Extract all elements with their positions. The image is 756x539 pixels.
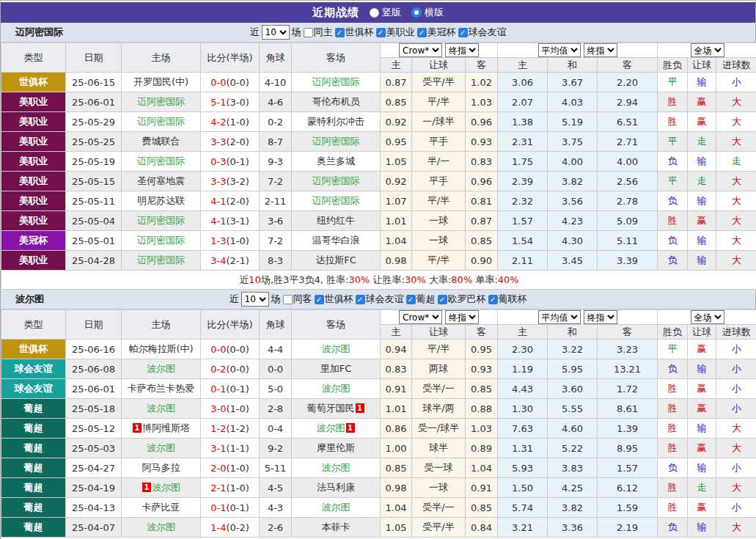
away-team: 迈阿密国际 — [292, 191, 381, 211]
league-filter-checkbox-3[interactable]: ✓欧罗巴杯 — [438, 293, 486, 306]
asia-handicap: 平/半 — [412, 92, 466, 112]
radio-unchecked-icon — [370, 8, 379, 18]
home-team: 迈阿密国际 — [122, 211, 201, 231]
home-team-name: 波尔图 — [147, 403, 175, 414]
away-team-name: 波尔图 — [322, 502, 351, 513]
euro-draw-odds: 4.00 — [548, 152, 598, 172]
match-row: 球会友谊25-06-01卡萨布兰卡热爱0-1(0-1)5-0波尔图0.91受半/… — [1, 379, 756, 399]
half-time-score: (1-0) — [226, 483, 249, 494]
match-count-select[interactable]: 10 — [262, 25, 290, 40]
away-team: 葡萄牙国民1 — [292, 399, 381, 419]
corner-count: 0-4 — [260, 419, 292, 439]
match-row: 葡超25-04-191波尔图2-1(1-0)4-5法马利康0.98一球0.911… — [1, 478, 756, 498]
home-team-name: 开罗国民(中) — [133, 76, 188, 87]
home-team-name: 迈阿密国际 — [137, 235, 185, 246]
home-team: 费城联合 — [122, 132, 201, 152]
league-filter-label: 球会友谊 — [469, 26, 507, 39]
result-winloss: 平 — [658, 132, 688, 152]
league-filter-checkbox-2[interactable]: ✓美冠杯 — [417, 26, 456, 39]
asia-away-odds: 0.87 — [466, 211, 498, 231]
euro-draw-odds: 3.56 — [548, 191, 598, 211]
sections-container: 迈阿密国际近10场同主✓世俱杯✓美职业✓美冠杯✓球会友谊类型日期主场比分(半场)… — [1, 23, 755, 539]
final-odds-select[interactable]: 终指 — [584, 310, 617, 324]
average-select[interactable]: 平均值 — [538, 310, 581, 324]
corner-count: 2-11 — [260, 191, 292, 211]
match-row: 葡超25-05-03波尔图3-1(1-1)9-2摩里伦斯1.00球半0.891.… — [1, 439, 756, 458]
asia-handicap: 受一/球半 — [412, 419, 466, 439]
euro-draw-odds: 5.22 — [548, 439, 598, 458]
euro-draw-odds: 4.03 — [548, 92, 598, 112]
corner-count: 4-6 — [260, 92, 292, 112]
average-select[interactable]: 平均值 — [538, 43, 581, 57]
scope-select[interactable]: 全场 — [691, 43, 724, 57]
euro-away-odds: 2.19 — [598, 518, 658, 538]
result-goals: 大 — [716, 478, 756, 498]
league-filter-checkbox-3[interactable]: ✓球会友谊 — [458, 26, 507, 39]
league-filter-checkbox-0[interactable]: ✓世俱杯 — [315, 293, 353, 306]
result-winloss: 胜 — [658, 92, 688, 112]
half-time-score: (1-1) — [226, 443, 249, 454]
layout-radio-vertical[interactable]: 竖版 — [370, 6, 401, 19]
checkbox-checked-icon: ✓ — [458, 28, 468, 37]
result-goals: 大 — [716, 231, 756, 251]
league-filter-checkbox-1[interactable]: ✓美职业 — [376, 26, 415, 39]
bookmaker-select[interactable]: Crow* — [399, 310, 442, 324]
euro-draw-odds: 3.67 — [548, 73, 598, 92]
asia-home-odds: 1.05 — [381, 152, 412, 172]
euro-draw-odds: 3.36 — [548, 518, 598, 538]
away-team-name: 哥伦布机员 — [312, 96, 360, 107]
home-team-name: 卡萨布兰卡热爱 — [128, 383, 194, 394]
asia-handicap: 受一球 — [412, 458, 466, 478]
asia-handicap: 平手 — [412, 172, 466, 191]
full-time-score: 3-3 — [210, 176, 226, 187]
league-badge: 葡超 — [1, 458, 66, 478]
league-filter-label: 葡超 — [416, 293, 436, 306]
league-filter-checkbox-2[interactable]: ✓葡超 — [406, 293, 436, 306]
asia-home-odds: 0.83 — [381, 359, 412, 379]
euro-home-odds: 1.75 — [498, 152, 548, 172]
result-handicap: 赢 — [688, 379, 716, 399]
match-row: 葡超25-05-121博阿维斯塔1-2(1-2)0-4波尔图10.86受一/球半… — [1, 419, 756, 439]
league-badge: 球会友谊 — [1, 359, 66, 379]
final-odds-select[interactable]: 终指 — [584, 43, 617, 57]
match-date: 25-06-01 — [66, 92, 122, 112]
asia-away-odds: 0.96 — [466, 172, 498, 191]
result-winloss: 负 — [658, 251, 688, 271]
bookmaker-select[interactable]: Crow* — [399, 43, 442, 57]
final-odds-select[interactable]: 终指 — [445, 43, 479, 57]
home-team-name: 波尔图 — [147, 521, 175, 532]
same-venue-checkbox[interactable]: 同主 — [304, 26, 333, 39]
section-1: 波尔图近10场同客✓世俱杯✓球会友谊✓葡超✓欧罗巴杯✓葡联杯类型日期主场比分(半… — [1, 290, 755, 539]
match-count-select[interactable]: 10 — [241, 292, 269, 307]
half-time-score: (0-0) — [226, 77, 249, 88]
match-row: 世俱杯25-06-15开罗国民(中)0-0(0-0)4-10迈阿密国际0.87受… — [1, 73, 756, 92]
home-team: 迈阿密国际 — [122, 152, 201, 172]
scope-select[interactable]: 全场 — [691, 310, 724, 324]
odds-group-header: 平均值终指 — [498, 310, 658, 325]
checkbox-checked-icon: ✓ — [438, 295, 447, 304]
half-time-score: (0-2) — [226, 522, 249, 533]
away-team-name: 本菲卡 — [322, 521, 351, 532]
league-filter-checkbox-0[interactable]: ✓世俱杯 — [335, 26, 374, 39]
euro-away-odds: 2.71 — [598, 132, 658, 152]
summary-text: 单率: — [472, 274, 498, 285]
result-goals: 小 — [716, 359, 756, 379]
odds-group-header: Crow*终指 — [381, 43, 498, 58]
half-time-score: (0-1) — [226, 502, 249, 513]
league-filter-checkbox-4[interactable]: ✓葡联杯 — [488, 293, 527, 306]
euro-home-odds: 1.54 — [498, 231, 548, 251]
asia-handicap: 球半 — [412, 439, 466, 458]
result-winloss: 平 — [658, 172, 688, 191]
away-team-name: 温哥华白浪 — [312, 235, 360, 246]
red-card-badge: 1 — [133, 423, 142, 433]
half-time-score: (0-0) — [226, 364, 249, 375]
final-odds-select[interactable]: 终指 — [445, 310, 479, 324]
euro-draw-odds: 4.23 — [548, 211, 598, 231]
league-filter-checkbox-1[interactable]: ✓球会友谊 — [356, 293, 404, 306]
layout-radio-horizontal[interactable]: 横版 — [411, 6, 444, 19]
same-venue-checkbox[interactable]: 同客 — [283, 293, 312, 306]
result-goals: 小 — [716, 73, 756, 92]
asia-home-odds: 0.92 — [381, 172, 412, 191]
score: 3-1(1-1) — [201, 439, 260, 458]
away-team: 波尔图 — [292, 379, 381, 399]
